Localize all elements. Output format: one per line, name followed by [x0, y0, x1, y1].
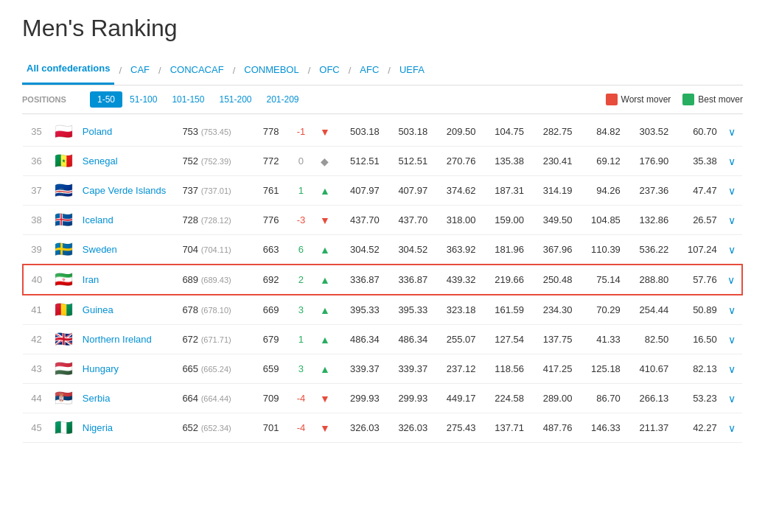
- table-row[interactable]: 45 🇳🇬 Nigeria 652 (652.34) 701 -4 ▼ 326.…: [23, 413, 742, 443]
- change-arrow: ▲: [314, 325, 335, 354]
- rank-change: 1: [287, 176, 314, 206]
- stat-7: 176.90: [625, 147, 673, 176]
- worst-mover-box: [606, 94, 618, 105]
- expand-button[interactable]: ∨: [722, 117, 742, 147]
- table-row[interactable]: 36 🇸🇳 Senegal 752 (752.39) 772 0 ◆ 512.5…: [23, 147, 742, 176]
- positions-label: POSITIONS: [22, 95, 81, 104]
- pos-btn-51-100[interactable]: 51-100: [122, 91, 164, 108]
- worst-mover-label: Worst mover: [621, 94, 671, 105]
- stat-8: 16.50: [673, 325, 721, 354]
- page: Men's Ranking All confederations / CAF /…: [0, 0, 765, 458]
- country-name[interactable]: Hungary: [78, 354, 178, 384]
- country-name[interactable]: Cape Verde Islands: [78, 176, 178, 206]
- page-title: Men's Ranking: [22, 15, 743, 42]
- points: 753 (753.45): [178, 117, 254, 147]
- country-name[interactable]: Sweden: [78, 235, 178, 265]
- rank-change: 3: [287, 354, 314, 384]
- expand-button[interactable]: ∨: [722, 147, 742, 176]
- positions-bar: POSITIONS 1-50 51-100 101-150 151-200 20…: [22, 85, 743, 114]
- stat-5: 137.75: [528, 325, 576, 354]
- stat-7: 237.36: [625, 176, 673, 206]
- stat-5: 487.76: [528, 413, 576, 443]
- change-arrow: ▼: [314, 206, 335, 235]
- stat-5: 289.00: [528, 384, 576, 413]
- table-row[interactable]: 40 🇮🇷 Iran 689 (689.43) 692 2 ▲ 336.87 3…: [23, 265, 742, 295]
- stat-5: 417.25: [528, 354, 576, 384]
- nav-caf[interactable]: CAF: [126, 57, 154, 84]
- country-name[interactable]: Nigeria: [78, 413, 178, 443]
- legend: Worst mover Best mover: [606, 94, 743, 105]
- country-name[interactable]: Iran: [78, 265, 178, 295]
- table-row[interactable]: 42 🇬🇧 Northern Ireland 672 (671.71) 679 …: [23, 325, 742, 354]
- rank-change: 0: [287, 147, 314, 176]
- stat-3: 323.18: [432, 295, 480, 325]
- table-row[interactable]: 39 🇸🇪 Sweden 704 (704.11) 663 6 ▲ 304.52…: [23, 235, 742, 265]
- country-name[interactable]: Iceland: [78, 206, 178, 235]
- expand-button[interactable]: ∨: [722, 295, 742, 325]
- stat-7: 303.52: [625, 117, 673, 147]
- table-row[interactable]: 44 🇷🇸 Serbia 664 (664.44) 709 -4 ▼ 299.9…: [23, 384, 742, 413]
- table-row[interactable]: 38 🇮🇸 Iceland 728 (728.12) 776 -3 ▼ 437.…: [23, 206, 742, 235]
- stat-6: 41.33: [576, 325, 624, 354]
- nav-afc[interactable]: AFC: [355, 57, 383, 84]
- expand-button[interactable]: ∨: [722, 176, 742, 206]
- pos-btn-151-200[interactable]: 151-200: [212, 91, 259, 108]
- expand-button[interactable]: ∨: [722, 384, 742, 413]
- previous-rank: 778: [254, 117, 288, 147]
- country-name[interactable]: Senegal: [78, 147, 178, 176]
- stat-7: 211.37: [625, 413, 673, 443]
- nav-concacaf[interactable]: CONCACAF: [166, 57, 228, 84]
- stat-7: 288.80: [625, 265, 673, 295]
- country-flag: 🇳🇬: [50, 413, 78, 443]
- country-flag: 🇨🇻: [50, 176, 78, 206]
- nav-ofc[interactable]: OFC: [315, 57, 343, 84]
- nav-conmebol[interactable]: CONMEBOL: [240, 57, 303, 84]
- stat-1: 299.93: [335, 384, 383, 413]
- table-row[interactable]: 43 🇭🇺 Hungary 665 (665.24) 659 3 ▲ 339.3…: [23, 354, 742, 384]
- nav-all-confederations[interactable]: All confederations: [22, 55, 114, 85]
- sep5: /: [349, 65, 352, 76]
- stat-6: 75.14: [576, 265, 624, 295]
- stat-4: 135.38: [481, 147, 528, 176]
- stat-1: 304.52: [335, 235, 383, 265]
- expand-button[interactable]: ∨: [722, 354, 742, 384]
- pos-btn-101-150[interactable]: 101-150: [164, 91, 212, 108]
- stat-4: 159.00: [481, 206, 528, 235]
- stat-3: 318.00: [432, 206, 480, 235]
- points: 737 (737.01): [178, 176, 254, 206]
- rank-change: -4: [287, 413, 314, 443]
- stat-1: 326.03: [335, 413, 383, 443]
- table-row[interactable]: 35 🇵🇱 Poland 753 (753.45) 778 -1 ▼ 503.1…: [23, 117, 742, 147]
- previous-rank: 709: [254, 384, 288, 413]
- stat-3: 374.62: [432, 176, 480, 206]
- rank-change: 2: [287, 265, 314, 295]
- stat-4: 137.71: [481, 413, 528, 443]
- sep2: /: [158, 65, 161, 76]
- expand-button[interactable]: ∨: [722, 206, 742, 235]
- pos-btn-201-209[interactable]: 201-209: [259, 91, 307, 108]
- arrow-down-icon: ▼: [320, 214, 330, 226]
- stat-1: 512.51: [335, 147, 383, 176]
- rank-change: 1: [287, 325, 314, 354]
- expand-button[interactable]: ∨: [722, 413, 742, 443]
- stat-5: 367.96: [528, 235, 576, 265]
- expand-button[interactable]: ∨: [722, 265, 742, 295]
- table-row[interactable]: 41 🇬🇳 Guinea 678 (678.10) 669 3 ▲ 395.33…: [23, 295, 742, 325]
- stat-8: 107.24: [673, 235, 721, 265]
- stat-3: 255.07: [432, 325, 480, 354]
- rank-change: 6: [287, 235, 314, 265]
- country-name[interactable]: Guinea: [78, 295, 178, 325]
- sep6: /: [388, 65, 391, 76]
- best-mover-label: Best mover: [698, 94, 743, 105]
- pos-btn-1-50[interactable]: 1-50: [90, 91, 122, 108]
- country-name[interactable]: Poland: [78, 117, 178, 147]
- expand-button[interactable]: ∨: [722, 235, 742, 265]
- country-name[interactable]: Northern Ireland: [78, 325, 178, 354]
- stat-7: 536.22: [625, 235, 673, 265]
- nav-uefa[interactable]: UEFA: [395, 57, 429, 84]
- stat-6: 110.39: [576, 235, 624, 265]
- table-row[interactable]: 37 🇨🇻 Cape Verde Islands 737 (737.01) 76…: [23, 176, 742, 206]
- country-flag: 🇮🇷: [50, 265, 78, 295]
- expand-button[interactable]: ∨: [722, 325, 742, 354]
- country-name[interactable]: Serbia: [78, 384, 178, 413]
